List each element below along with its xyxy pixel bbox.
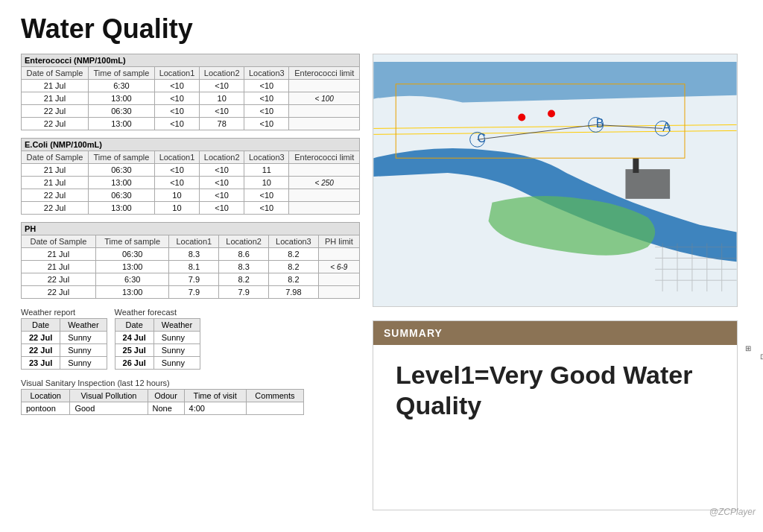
ph-cell: 8.2 bbox=[269, 261, 319, 273]
ecoli-cell: <10 bbox=[200, 189, 244, 202]
wf-date-header: Date bbox=[115, 319, 153, 332]
ph-cell: 8.3 bbox=[219, 261, 269, 273]
sanitary-cell: 4:00 bbox=[184, 402, 246, 415]
ecoli-limit-cell bbox=[289, 189, 360, 202]
ph-limit-cell bbox=[318, 273, 359, 286]
ph-cell: 06:30 bbox=[95, 248, 169, 261]
sanitary-caption: Visual Sanitary Inspection (last 12 hour… bbox=[21, 377, 304, 389]
ecoli-col-loc3: Location3 bbox=[244, 151, 289, 164]
svg-text:B: B bbox=[596, 117, 604, 130]
enter-cell: 22 Jul bbox=[22, 118, 89, 130]
svg-point-13 bbox=[548, 110, 555, 118]
enter-cell: <10 bbox=[244, 105, 289, 118]
enter-limit-cell bbox=[289, 80, 360, 92]
weather-report-cell: Sunny bbox=[60, 344, 107, 357]
enter-cell: <10 bbox=[200, 80, 244, 92]
ph-cell: 7.98 bbox=[269, 286, 319, 299]
ph-cell: 8.6 bbox=[219, 248, 269, 261]
svg-rect-1 bbox=[625, 169, 670, 199]
enter-col-time: Time of sample bbox=[89, 67, 155, 80]
ph-cell: 21 Jul bbox=[22, 261, 96, 273]
wr-date-header: Date bbox=[22, 319, 60, 332]
wf-weather-header: Weather bbox=[153, 319, 200, 332]
san-col-odour: Odour bbox=[148, 390, 184, 402]
sanitary-cell bbox=[246, 402, 303, 415]
svg-text:A: A bbox=[662, 121, 671, 133]
enter-cell: 78 bbox=[200, 118, 244, 130]
ecoli-col-loc2: Location2 bbox=[200, 151, 244, 164]
ecoli-col-limit: Enterococci limit bbox=[289, 151, 360, 164]
enter-cell: <10 bbox=[200, 105, 244, 118]
ph-limit-cell bbox=[318, 248, 359, 261]
ph-cell: 6:30 bbox=[95, 273, 169, 286]
ecoli-cell: 22 Jul bbox=[22, 202, 89, 215]
right-column: A B C bbox=[373, 54, 745, 307]
enter-cell: <10 bbox=[154, 105, 199, 118]
ph-limit-cell: < 6-9 bbox=[318, 261, 359, 273]
summary-header: SUMMARY bbox=[373, 321, 737, 345]
enter-cell: 10 bbox=[200, 92, 244, 105]
enter-limit-cell bbox=[289, 118, 360, 130]
weather-forecast-cell: Sunny bbox=[153, 332, 200, 344]
ecoli-cell: <10 bbox=[200, 177, 244, 189]
enter-col-loc3: Location3 bbox=[244, 67, 289, 80]
ph-cell: 22 Jul bbox=[22, 273, 96, 286]
ecoli-caption: E.Coli (NMP/100mL) bbox=[21, 138, 360, 151]
ecoli-cell: 13:00 bbox=[89, 177, 155, 189]
san-col-comments: Comments bbox=[246, 390, 303, 402]
ph-cell: 8.1 bbox=[169, 261, 219, 273]
ecoli-cell: 10 bbox=[154, 189, 199, 202]
weather-report-cell: Sunny bbox=[60, 357, 107, 370]
ecoli-col-time: Time of sample bbox=[89, 151, 155, 164]
ph-limit-cell bbox=[318, 286, 359, 299]
map-container: A B C bbox=[373, 54, 738, 307]
ph-col-limit: PH limit bbox=[318, 235, 359, 248]
ecoli-limit-cell bbox=[289, 164, 360, 177]
ecoli-cell: <10 bbox=[154, 164, 199, 177]
ecoli-cell: <10 bbox=[244, 189, 289, 202]
ecoli-cell: 21 Jul bbox=[22, 164, 89, 177]
ecoli-col-date: Date of Sample bbox=[22, 151, 89, 164]
ecoli-cell: <10 bbox=[200, 164, 244, 177]
weather-forecast-cell: Sunny bbox=[153, 357, 200, 370]
enterococci-table: Enterococci (NMP/100mL) Date of Sample T… bbox=[21, 54, 360, 130]
sanitary-cell: Good bbox=[70, 402, 148, 415]
svg-point-12 bbox=[518, 114, 525, 121]
weather-report-cell: 22 Jul bbox=[22, 344, 60, 357]
ph-col-time: Time of sample bbox=[95, 235, 169, 248]
ecoli-cell: <10 bbox=[154, 177, 199, 189]
weather-report-table: Weather report Date Weather 22 JulSunny2… bbox=[21, 306, 107, 370]
enter-cell: 22 Jul bbox=[22, 105, 89, 118]
ph-cell: 22 Jul bbox=[22, 286, 96, 299]
weather-forecast-caption: Weather forecast bbox=[115, 306, 201, 318]
weather-report-cell: Sunny bbox=[60, 332, 107, 344]
weather-forecast-cell: Sunny bbox=[153, 344, 200, 357]
weather-forecast-cell: 24 Jul bbox=[115, 332, 153, 344]
weather-forecast-cell: 26 Jul bbox=[115, 357, 153, 370]
enter-cell: 13:00 bbox=[89, 118, 155, 130]
enter-cell: 06:30 bbox=[89, 105, 155, 118]
ecoli-cell: 10 bbox=[154, 202, 199, 215]
ecoli-cell: 10 bbox=[244, 177, 289, 189]
enterococci-caption: Enterococci (NMP/100mL) bbox=[21, 54, 360, 66]
watermark: @ZCPlayer bbox=[709, 507, 756, 517]
ecoli-cell: 06:30 bbox=[89, 164, 155, 177]
enter-cell: <10 bbox=[154, 92, 199, 105]
enter-limit-cell bbox=[289, 105, 360, 118]
ecoli-limit-cell bbox=[289, 202, 360, 215]
ecoli-limit-cell: < 250 bbox=[289, 177, 360, 189]
enter-cell: 21 Jul bbox=[22, 80, 89, 92]
ph-cell: 13:00 bbox=[95, 261, 169, 273]
ph-caption: PH bbox=[21, 222, 360, 235]
sanitary-cell: None bbox=[148, 402, 184, 415]
ph-col-loc1: Location1 bbox=[169, 235, 219, 248]
ph-cell: 13:00 bbox=[95, 286, 169, 299]
map-svg: A B C bbox=[373, 54, 737, 306]
enter-col-loc1: Location1 bbox=[154, 67, 199, 80]
legend-icon-2: ⊡ bbox=[760, 352, 763, 361]
san-col-visual: Visual Pollution bbox=[70, 390, 148, 402]
svg-rect-2 bbox=[633, 158, 639, 173]
weather-report-cell: 22 Jul bbox=[22, 332, 60, 344]
ecoli-cell: 13:00 bbox=[89, 202, 155, 215]
wr-weather-header: Weather bbox=[60, 319, 107, 332]
